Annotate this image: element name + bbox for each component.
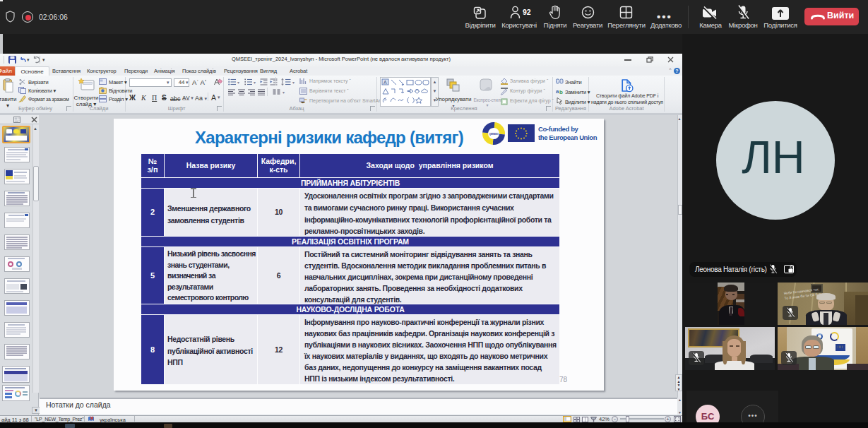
svg-text:A: A [384,80,387,85]
svg-text:QMSEEI: QMSEEI [489,133,498,136]
svg-text:b: b [559,89,563,95]
